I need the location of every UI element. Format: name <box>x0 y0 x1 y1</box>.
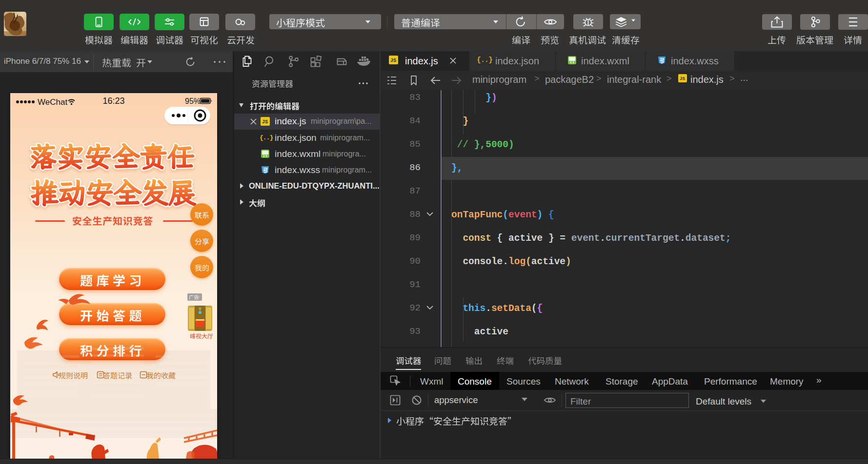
svg-text:WeChat: WeChat <box>38 97 67 107</box>
svg-text:95%: 95% <box>185 97 201 105</box>
